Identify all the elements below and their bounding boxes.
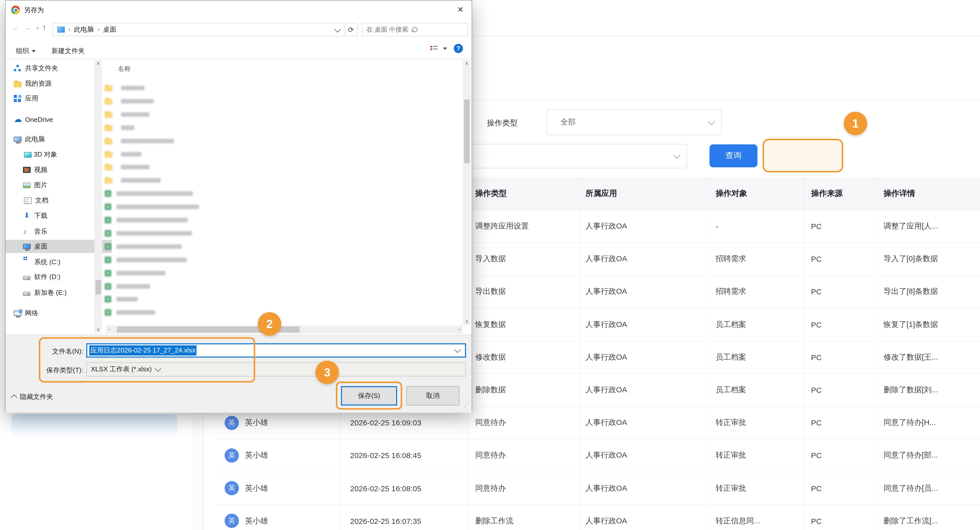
filter-type-select[interactable]: 全部: [547, 109, 722, 135]
chevron-down-icon[interactable]: [454, 346, 461, 353]
breadcrumb-current[interactable]: 桌面: [103, 25, 116, 34]
sidebar-item-pc[interactable]: 此电脑: [6, 133, 103, 146]
table-row[interactable]: 英英小雄2026-02-25 16:07:35删除工作流人事行政OA转正信息同.…: [215, 505, 980, 530]
excel-file-icon: [105, 217, 111, 224]
dialog-titlebar[interactable]: 另存为 ✕: [6, 0, 472, 19]
scroll-up-icon[interactable]: ∧: [94, 60, 102, 67]
pic-icon: [23, 182, 30, 188]
redacted-file-row[interactable]: [105, 203, 199, 210]
cell-detail: 同意了待办[部...: [877, 440, 980, 471]
excel-file-icon: [105, 270, 111, 276]
redacted-file-row[interactable]: [105, 217, 188, 224]
help-icon[interactable]: ?: [454, 44, 463, 53]
scrollbar-thumb[interactable]: [464, 100, 469, 163]
history-chevron-icon[interactable]: ▼: [35, 26, 40, 31]
breadcrumb[interactable]: › 此电脑 › 桌面: [52, 23, 345, 36]
chevron-down-icon[interactable]: [334, 26, 341, 32]
organize-menu[interactable]: 组织: [16, 46, 36, 56]
cell-object: 转正审批: [710, 440, 805, 471]
sidebar-item-folder[interactable]: 我的资源: [6, 77, 103, 90]
redacted-file-row[interactable]: [105, 190, 193, 197]
refresh-icon[interactable]: ⟳: [345, 23, 358, 36]
column-header-name[interactable]: 名称: [118, 65, 130, 73]
scroll-left-icon[interactable]: ‹: [106, 325, 113, 333]
search-input[interactable]: 在 桌面 中搜索: [362, 23, 468, 36]
operator-name: 英小雄: [245, 516, 268, 526]
view-options-icon[interactable]: [430, 45, 438, 52]
cloud-icon: ☁: [14, 116, 21, 123]
scroll-down-icon[interactable]: ∨: [463, 318, 471, 325]
scroll-down-icon[interactable]: ∨: [94, 326, 102, 333]
up-icon[interactable]: ↑: [42, 23, 46, 32]
list-scrollbar[interactable]: ∧ ∨: [463, 60, 471, 325]
dialog-toolbar: 组织 新建文件夹: [6, 43, 472, 58]
redacted-file-name: [121, 99, 154, 103]
back-icon[interactable]: ←: [12, 23, 19, 32]
cell-source: PC: [805, 308, 877, 341]
folder-icon: [105, 138, 112, 144]
forward-icon[interactable]: →: [24, 23, 32, 32]
operator-name: 英小雄: [245, 418, 268, 427]
cell-app: 人事行政OA: [579, 243, 710, 275]
drive-icon: [23, 276, 30, 280]
sidebar-item-label: 文档: [35, 196, 48, 205]
cancel-button[interactable]: 取消: [406, 386, 460, 406]
redacted-file-row[interactable]: [105, 111, 150, 118]
cell-type: 恢复数据: [469, 308, 579, 341]
sidebar-item-share[interactable]: 共享文件夹: [6, 62, 103, 75]
redacted-file-name: [116, 231, 192, 236]
search-icon: [412, 27, 417, 32]
table-row[interactable]: 英英小雄2026-02-25 16:08:05同意待办人事行政OA转正审批PC同…: [215, 472, 980, 505]
cell-time: 2026-02-25 16:08:45: [341, 440, 469, 471]
tree-scrollbar[interactable]: ∧ ∨: [94, 60, 102, 333]
sidebar-item-net[interactable]: 网络: [6, 306, 103, 320]
redacted-file-row[interactable]: [105, 256, 187, 263]
scroll-right-icon[interactable]: ›: [456, 325, 463, 333]
redacted-file-row[interactable]: [105, 138, 174, 144]
sidebar-item-label: 系统 (C:): [34, 258, 60, 267]
redacted-file-row[interactable]: [105, 151, 142, 157]
redacted-file-name: [116, 310, 155, 315]
hide-folders-toggle[interactable]: 隐藏文件夹: [12, 392, 53, 401]
folder-icon: [105, 152, 112, 157]
redacted-file-row[interactable]: [105, 124, 134, 131]
close-icon[interactable]: ✕: [453, 3, 468, 17]
table-header-cell: 操作对象: [710, 177, 805, 209]
sidebar-item-apps[interactable]: 应用: [6, 92, 103, 105]
redacted-file-name: [121, 125, 134, 130]
redacted-file-row[interactable]: [105, 309, 155, 316]
redacted-file-row[interactable]: [105, 85, 145, 91]
cell-type: 删除工作流: [469, 505, 579, 530]
redacted-file-row[interactable]: [105, 177, 161, 184]
cell-object: 转正信息同...: [710, 505, 805, 530]
redacted-file-row[interactable]: [105, 296, 138, 303]
sidebar-active-item-highlight[interactable]: [11, 414, 178, 438]
cell-object: 转正审批: [710, 406, 805, 439]
redacted-file-row[interactable]: [105, 270, 165, 276]
sidebar-item-cloud[interactable]: ☁OneDrive: [6, 113, 103, 126]
redacted-file-row[interactable]: [105, 230, 192, 237]
breadcrumb-root[interactable]: 此电脑: [74, 25, 94, 34]
resize-grip[interactable]: ⋰: [463, 401, 469, 408]
table-row[interactable]: 英英小雄2026-02-25 16:08:45同意待办人事行政OA转正审批PC同…: [215, 440, 980, 472]
operator-name: 英小雄: [245, 451, 268, 460]
excel-file-icon: [105, 230, 111, 237]
net-icon: [14, 311, 21, 316]
operator-name: 英小雄: [245, 483, 268, 493]
folder-icon: [105, 99, 112, 105]
cell-type: 同意待办: [469, 440, 579, 471]
scroll-up-icon[interactable]: ∧: [463, 60, 471, 67]
scrollbar-thumb[interactable]: [95, 280, 101, 294]
excel-file-icon: [105, 243, 111, 250]
apps-icon: [14, 95, 21, 102]
redacted-file-name: [116, 205, 199, 209]
redacted-file-row[interactable]: [105, 98, 154, 105]
query-button[interactable]: 查询: [710, 144, 757, 167]
cell-app: 人事行政OA: [579, 341, 710, 373]
caret-down-icon[interactable]: [443, 48, 447, 50]
redacted-file-row[interactable]: [105, 164, 150, 171]
redacted-file-row[interactable]: [105, 243, 182, 250]
new-folder-button[interactable]: 新建文件夹: [52, 46, 85, 56]
redacted-file-row[interactable]: [105, 283, 150, 289]
horizontal-scrollbar[interactable]: ‹ ›: [106, 325, 463, 333]
